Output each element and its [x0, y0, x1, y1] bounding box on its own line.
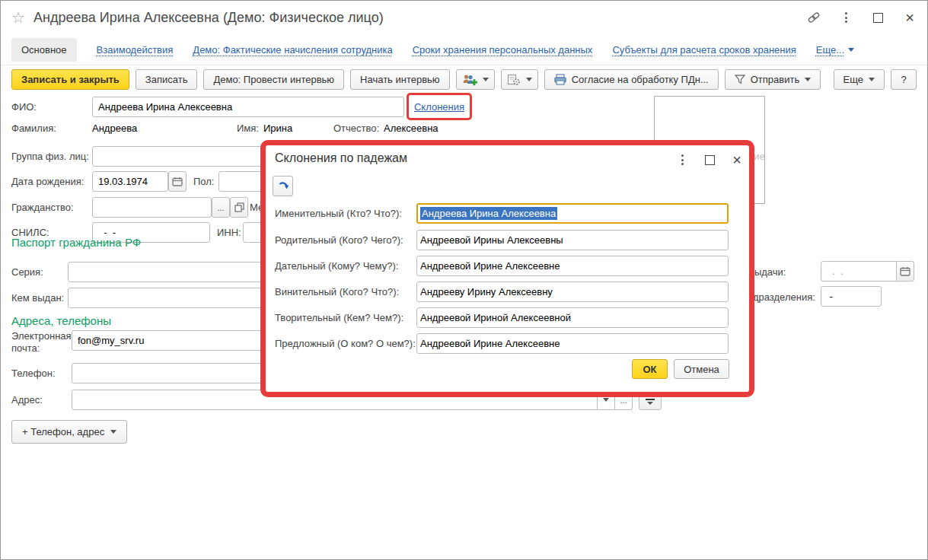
calendar-icon[interactable] [168, 171, 187, 192]
department-code-input[interactable]: - [821, 286, 882, 307]
printer-icon [554, 74, 566, 85]
patronymic-label: Отчество: [333, 123, 379, 134]
consent-label: Согласие на обработку ПДн... [572, 74, 709, 85]
firstname-label: Имя: [237, 123, 259, 134]
calendar-icon[interactable] [896, 261, 914, 282]
nav-row: Основное Взаимодействия Демо: Фактически… [1, 34, 927, 65]
instrumental-label: Творительный (Кем? Чем?): [275, 312, 403, 323]
accusative-input[interactable]: Андрееву Ирину Алексеевну [416, 282, 729, 302]
add-contact-button[interactable]: + Телефон, адрес [11, 420, 127, 444]
dialog-title: Склонения по падежам [275, 151, 407, 165]
more-menu-icon[interactable] [839, 11, 853, 24]
tab-main[interactable]: Основное [11, 38, 77, 62]
funnel-icon [735, 75, 745, 84]
chevron-down-icon [483, 78, 489, 81]
nav-link-accruals[interactable]: Демо: Фактические начисления сотрудника [193, 44, 392, 56]
title-bar: ☆ Андреева Ирина Алексеевна (Демо: Физич… [1, 1, 927, 34]
issue-date-input[interactable]: . . [821, 261, 897, 282]
citizenship-ellipsis-button[interactable]: ... [212, 197, 230, 218]
send-button[interactable]: Отправить [725, 69, 821, 90]
save-button[interactable]: Записать [136, 69, 198, 90]
link-icon[interactable] [807, 11, 821, 24]
selected-text: Андреева Ирина Алексеевна [420, 207, 557, 220]
chevron-down-icon [805, 78, 811, 81]
chevron-down-icon [526, 78, 532, 81]
cancel-button[interactable]: Отмена [674, 359, 729, 379]
nav-link-interactions[interactable]: Взаимодействия [97, 44, 174, 56]
surname-value: Андреева [92, 123, 137, 134]
email-label-line1: Электронная [11, 330, 72, 342]
page-title: Андреева Ирина Алексеевна (Демо: Физичес… [33, 10, 384, 26]
declensions-link[interactable]: Склонения [414, 101, 464, 113]
ok-button[interactable]: ОК [632, 359, 668, 379]
addresses-section-heading: Адреса, телефоны [11, 314, 111, 327]
genitive-label: Родительный (Кого? Чего?): [275, 234, 403, 246]
chevron-down-icon [848, 48, 854, 52]
dialog-maximize-icon[interactable] [703, 153, 716, 167]
phone-label: Телефон: [11, 368, 56, 379]
add-contact-label: + Телефон, адрес [22, 426, 104, 438]
issued-by-label: Кем выдан: [11, 292, 64, 304]
refresh-arrow-icon [276, 180, 290, 192]
consent-print-button[interactable]: Согласие на обработку ПДн... [544, 69, 719, 90]
citizenship-label: Гражданство: [11, 202, 74, 213]
nav-link-subjects[interactable]: Субъекты для расчета сроков хранения [612, 44, 796, 56]
declensions-dialog: Склонения по падежам × Именительный (Кто… [260, 140, 754, 397]
app-window: ☆ Андреева Ирина Алексеевна (Демо: Физич… [0, 0, 928, 560]
person-add-icon [462, 74, 477, 86]
nominative-input[interactable]: Андреева Ирина Алексеевна [416, 203, 729, 224]
chevron-down-icon [869, 78, 875, 81]
templates-button[interactable] [501, 69, 538, 90]
address-label: Адрес: [11, 394, 43, 406]
accusative-label: Винительный (Кого? Что?): [275, 286, 399, 298]
dialog-close-icon[interactable]: × [730, 153, 744, 167]
instrumental-input[interactable]: Андреевой Ириной Алексеевной [416, 307, 729, 328]
inn-label: ИНН: [217, 227, 241, 238]
patronymic-value: Алексеевна [384, 123, 438, 134]
demo-interview-button[interactable]: Демо: Провести интервью [203, 69, 344, 90]
start-interview-button[interactable]: Начать интервью [350, 69, 450, 90]
firstname-value: Ирина [263, 123, 292, 134]
birthdate-label: Дата рождения: [11, 176, 84, 187]
passport-section-heading: Паспорт гражданина РФ [11, 236, 141, 249]
close-icon[interactable]: × [903, 11, 917, 24]
gender-label: Пол: [193, 176, 215, 187]
chevron-down-icon [110, 430, 116, 434]
save-close-button[interactable]: Записать и закрыть [11, 69, 129, 90]
citizenship-input[interactable] [92, 197, 212, 218]
more-label: Еще [843, 74, 863, 85]
send-label: Отправить [751, 74, 799, 85]
favorite-star-icon[interactable]: ☆ [11, 10, 25, 25]
email-label-line2: почта: [11, 342, 40, 354]
add-person-button[interactable] [456, 69, 495, 90]
birthdate-input[interactable]: 19.03.1974 [92, 171, 168, 192]
dative-input[interactable]: Андреевой Ирине Алексеевне [416, 256, 729, 276]
toolbar: Записать и закрыть Записать Демо: Провес… [1, 65, 927, 90]
nav-more-label: Еще... [816, 44, 844, 56]
department-code-label-fragment: одразделения: [748, 291, 815, 303]
nav-more-button[interactable]: Еще... [816, 44, 854, 56]
more-button[interactable]: Еще [834, 69, 885, 90]
group-label: Группа физ. лиц: [11, 151, 89, 162]
open-form-icon[interactable] [230, 197, 248, 218]
series-label: Серия: [11, 266, 43, 278]
issue-date-label-fragment: выдачи: [749, 266, 786, 278]
maximize-icon[interactable] [871, 11, 885, 24]
prepositional-label: Предложный (О ком? О чем?): [275, 338, 416, 349]
nominative-label: Именительный (Кто? Что?): [275, 208, 402, 219]
refill-button[interactable] [273, 176, 293, 196]
nav-link-retention[interactable]: Сроки хранения персональных данных [413, 44, 593, 56]
document-gear-icon [507, 74, 521, 86]
surname-label: Фамилия: [11, 123, 56, 134]
fio-input[interactable]: Андреева Ирина Алексеевна [92, 97, 404, 117]
dialog-more-icon[interactable] [675, 153, 689, 167]
help-button[interactable]: ? [891, 69, 917, 90]
fio-label: ФИО: [11, 101, 37, 113]
prepositional-input[interactable]: Андреевой Ирине Алексеевне [416, 333, 729, 354]
declensions-annotation-box: Склонения [407, 93, 472, 120]
dative-label: Дательный (Кому? Чему?): [275, 260, 398, 272]
genitive-input[interactable]: Андреевой Ирины Алексеевны [416, 230, 729, 250]
